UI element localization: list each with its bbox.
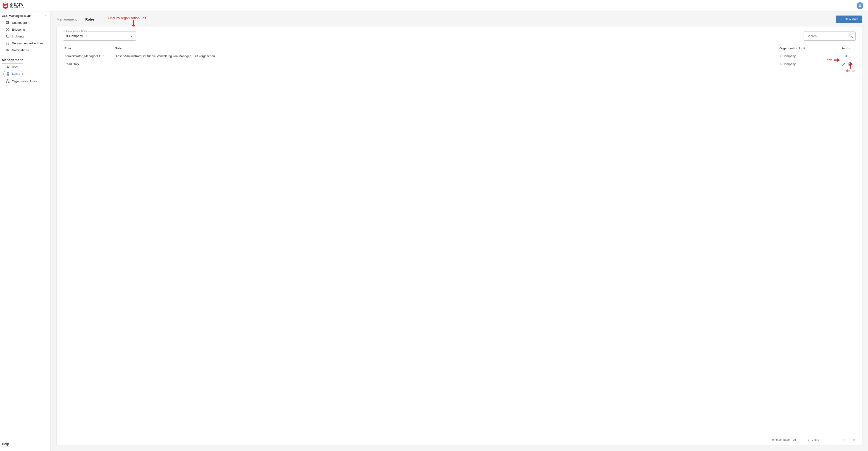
content-area: Management Roles New Role Filter by orga…: [51, 11, 868, 451]
svg-line-24: [852, 37, 853, 38]
cell-action: [837, 52, 856, 60]
breadcrumb-current: Roles: [86, 18, 95, 21]
sidebar-item-label: User: [12, 65, 19, 69]
brand-logo[interactable]: G DATA CyberDefense: [3, 2, 25, 9]
brand-text: G DATA CyberDefense: [10, 3, 25, 8]
filter-row: Organisation Units X-Company: [57, 27, 862, 43]
search-input[interactable]: [806, 34, 847, 38]
svg-rect-3: [8, 22, 9, 24]
svg-rect-17: [7, 79, 8, 80]
page-header: Management Roles New Role: [51, 11, 868, 27]
paginator-last[interactable]: [852, 438, 856, 442]
svg-rect-4: [6, 23, 7, 24]
table-row[interactable]: Read Only X-Company: [63, 60, 856, 68]
svg-rect-18: [6, 82, 7, 83]
cell-role: Administrator_ManagedEDR: [63, 52, 113, 60]
svg-point-9: [7, 29, 8, 30]
sidebar-section-management[interactable]: Management: [0, 56, 51, 63]
dashboard-icon: [6, 21, 9, 25]
svg-rect-1: [6, 21, 7, 22]
sidebar-section-management-title: Management: [2, 58, 23, 62]
svg-point-8: [8, 30, 9, 31]
sidebar-item-user[interactable]: User: [0, 63, 51, 70]
svg-point-25: [846, 56, 847, 57]
svg-rect-19: [8, 82, 9, 83]
eye-icon[interactable]: [844, 54, 848, 58]
cell-ou: X-Company: [778, 60, 837, 68]
new-role-button-label: New Role: [844, 18, 859, 21]
breadcrumb-parent[interactable]: Management: [57, 18, 77, 21]
sidebar-item-endpoints[interactable]: Endpoints: [0, 26, 51, 33]
sidebar-item-label: Organisation Units: [12, 79, 37, 83]
th-note[interactable]: Note: [113, 45, 778, 52]
sidebar-item-label: Notifications: [12, 49, 29, 52]
items-per-page-select[interactable]: 25: [793, 438, 799, 442]
roles-card: Organisation Units X-Company Role Note: [57, 27, 862, 446]
user-avatar[interactable]: [857, 2, 863, 9]
sidebar: 365 Managed EDR Dashboard Endpoints Inci…: [0, 11, 51, 451]
cell-note: [113, 60, 778, 68]
paginator-range: 1 - 2 of 2: [808, 438, 819, 442]
pencil-icon[interactable]: [841, 62, 845, 66]
search-field[interactable]: [804, 32, 856, 41]
sidebar-item-dashboard[interactable]: Dashboard: [0, 19, 51, 26]
sidebar-section-help[interactable]: Help: [0, 440, 51, 446]
paginator-prev[interactable]: [834, 438, 837, 442]
sidebar-item-label: Roles: [12, 72, 20, 76]
org-unit-filter[interactable]: Organisation Units X-Company: [63, 32, 136, 41]
roles-table: Role Note Organisation Unit Action Admin…: [63, 45, 856, 68]
svg-point-16: [7, 73, 8, 74]
svg-rect-2: [8, 21, 9, 22]
th-role[interactable]: Role: [63, 45, 113, 52]
paginator-next[interactable]: [843, 438, 846, 442]
paginator-first[interactable]: [825, 438, 828, 442]
cell-note: Dieser Administrator ist für die Verwalt…: [113, 52, 778, 60]
person-icon: [858, 4, 862, 8]
cell-role: Read Only: [63, 60, 113, 68]
trash-icon[interactable]: [848, 62, 852, 66]
brand-line2: CyberDefense: [10, 6, 25, 8]
th-ou[interactable]: Organisation Unit: [778, 45, 837, 52]
new-role-button[interactable]: New Role: [836, 15, 862, 23]
svg-point-14: [7, 66, 8, 67]
breadcrumb: Management Roles: [57, 18, 95, 21]
topbar: G DATA CyberDefense: [0, 0, 868, 11]
sidebar-item-notifications[interactable]: Notifications: [0, 46, 51, 54]
svg-point-5: [6, 28, 7, 29]
org-tree-icon: [6, 79, 9, 83]
svg-point-23: [850, 35, 852, 37]
id-badge-icon: [6, 72, 10, 76]
items-per-page-label: Items per page:: [771, 438, 790, 442]
sidebar-item-label: Incidents: [12, 35, 24, 38]
annotation-delete-label: delete: [846, 69, 855, 73]
sidebar-section-edr[interactable]: 365 Managed EDR: [0, 11, 51, 19]
items-per-page-value: 25: [793, 438, 796, 442]
chevron-down-icon: [130, 34, 133, 38]
th-action: Action: [837, 45, 856, 52]
svg-rect-26: [849, 63, 851, 66]
brand-line1: G DATA: [10, 3, 25, 6]
sidebar-item-label: Dashboard: [12, 21, 27, 25]
cell-ou: X-Company: [778, 52, 837, 60]
chevron-down-icon: [44, 59, 47, 61]
shield-outline-icon: [6, 34, 9, 38]
table-paginator: Items per page: 25 1 - 2 of 2: [57, 435, 862, 446]
svg-point-7: [6, 30, 7, 31]
sidebar-item-organisation-units[interactable]: Organisation Units: [0, 78, 51, 85]
at-icon: [6, 48, 9, 52]
sidebar-item-recommended-actions[interactable]: Recommended actions: [0, 40, 51, 46]
sidebar-section-help-title: Help: [2, 442, 9, 446]
sidebar-item-incidents[interactable]: Incidents: [0, 33, 51, 40]
plus-icon: [839, 18, 843, 21]
svg-point-0: [859, 4, 861, 6]
org-unit-filter-value: X-Company: [66, 34, 83, 38]
sidebar-section-edr-title: 365 Managed EDR: [2, 14, 32, 18]
chevron-right-icon: [80, 18, 82, 20]
sidebar-item-label: Recommended actions: [12, 41, 43, 45]
table-row[interactable]: Administrator_ManagedEDR Dieser Administ…: [63, 52, 856, 60]
cell-action: [837, 60, 856, 68]
sidebar-item-roles[interactable]: Roles: [3, 71, 23, 77]
svg-point-13: [7, 50, 8, 51]
checklist-icon: [6, 41, 9, 45]
search-icon: [849, 34, 853, 38]
